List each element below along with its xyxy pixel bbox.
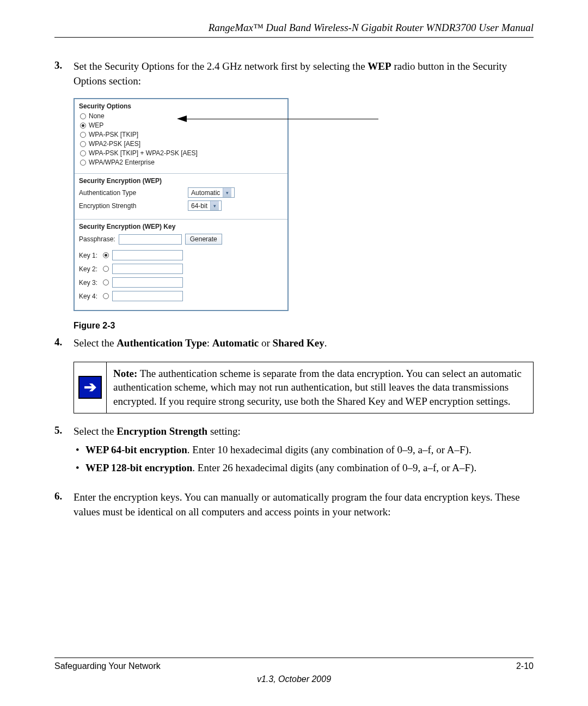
- figure-caption: Figure 2-3: [74, 321, 534, 331]
- text: setting:: [207, 425, 241, 437]
- step-body: Select the Encryption Strength setting: …: [74, 424, 534, 483]
- text: . Enter 26 hexadecimal digits (any combi…: [192, 462, 476, 473]
- radio-wpa-psk[interactable]: WPA-PSK [TKIP]: [80, 131, 283, 138]
- bold: WEP 128-bit encryption: [85, 462, 192, 473]
- note-text: Note: The authentication scheme is separ…: [107, 362, 533, 413]
- step-body: Enter the encryption keys. You can manua…: [74, 490, 534, 519]
- bold: WEP 64-bit encryption: [85, 444, 187, 455]
- text: Select the: [74, 337, 117, 349]
- footer-page: 2-10: [516, 661, 534, 671]
- step-number: 3.: [54, 59, 74, 88]
- key4-radio[interactable]: [103, 293, 109, 299]
- step-body: Set the Security Options for the 2.4 GHz…: [74, 59, 534, 88]
- chevron-down-icon: ▾: [223, 188, 231, 197]
- radio-icon: [80, 132, 86, 138]
- step-number: 5.: [54, 424, 74, 483]
- step-3: 3. Set the Security Options for the 2.4 …: [54, 59, 534, 88]
- label: WEP: [89, 121, 103, 129]
- select-value: Automatic: [188, 189, 223, 197]
- label: WPA-PSK [TKIP] + WPA2-PSK [AES]: [89, 149, 198, 157]
- step-body: Select the Authentication Type: Automati…: [74, 336, 534, 351]
- generate-button[interactable]: Generate: [185, 234, 222, 245]
- key2-input[interactable]: [112, 264, 183, 274]
- security-options-heading: Security Options: [79, 102, 283, 110]
- text: .: [324, 337, 327, 349]
- key3-input[interactable]: [112, 277, 183, 288]
- text: . Enter 10 hexadecimal digits (any combi…: [187, 444, 471, 455]
- radio-icon: [80, 160, 86, 166]
- text: :: [207, 337, 212, 349]
- text: Set the Security Options for the 2.4 GHz…: [74, 60, 367, 72]
- figure-2-3: Security Options None WEP WPA-PSK [TKIP]…: [74, 98, 534, 331]
- enc-strength-select[interactable]: 64-bit ▾: [188, 200, 222, 211]
- key1-input[interactable]: [112, 250, 183, 260]
- bold-wep: WEP: [367, 60, 391, 72]
- key2-label: Key 2:: [79, 265, 100, 273]
- passphrase-label: Passphrase:: [79, 235, 115, 243]
- note-box: ➔ Note: The authentication scheme is sep…: [74, 362, 534, 413]
- bold: Authentication Type: [117, 337, 207, 349]
- security-options-panel: Security Options None WEP WPA-PSK [TKIP]…: [74, 98, 289, 311]
- radio-icon: [80, 141, 86, 147]
- passphrase-input[interactable]: [119, 234, 182, 245]
- arrow-head-icon: [177, 115, 187, 122]
- bold: Encryption Strength: [117, 425, 207, 437]
- page-header-title: RangeMax™ Dual Band Wireless-N Gigabit R…: [54, 22, 534, 38]
- select-value: 64-bit: [188, 202, 210, 210]
- auth-type-label: Authentication Type: [79, 189, 188, 197]
- auth-type-select[interactable]: Automatic ▾: [188, 187, 235, 198]
- wep-encryption-heading: Security Encryption (WEP): [79, 177, 283, 185]
- radio-icon: [80, 123, 86, 129]
- bold: Shared Key: [273, 337, 324, 349]
- key2-radio[interactable]: [103, 266, 109, 272]
- step-5: 5. Select the Encryption Strength settin…: [54, 424, 534, 483]
- text: Select the: [74, 425, 117, 437]
- radio-wep[interactable]: WEP: [80, 121, 283, 129]
- radio-wpa-both[interactable]: WPA-PSK [TKIP] + WPA2-PSK [AES]: [80, 149, 283, 157]
- bullet-64bit: WEP 64-bit encryption. Enter 10 hexadeci…: [74, 443, 534, 458]
- label: None: [89, 112, 105, 120]
- label: WPA-PSK [TKIP]: [89, 131, 138, 138]
- step-6: 6. Enter the encryption keys. You can ma…: [54, 490, 534, 519]
- chevron-down-icon: ▾: [210, 201, 219, 210]
- text: or: [259, 337, 272, 349]
- bullet-128bit: WEP 128-bit encryption. Enter 26 hexadec…: [74, 461, 534, 476]
- note-body: The authentication scheme is separate fr…: [113, 368, 522, 407]
- key1-radio[interactable]: [103, 252, 109, 258]
- arrow-right-icon: ➔: [78, 376, 102, 399]
- key3-label: Key 3:: [79, 279, 100, 287]
- radio-enterprise[interactable]: WPA/WPA2 Enterprise: [80, 159, 283, 166]
- radio-icon: [80, 113, 86, 119]
- note-icon-cell: ➔: [74, 362, 107, 413]
- radio-icon: [80, 150, 86, 156]
- key4-input[interactable]: [112, 291, 183, 301]
- footer-section: Safeguarding Your Network: [54, 661, 161, 671]
- label: WPA2-PSK [AES]: [89, 140, 140, 148]
- step-number: 6.: [54, 490, 74, 519]
- callout-arrow: [177, 118, 378, 119]
- page-footer: Safeguarding Your Network 2-10 v1.3, Oct…: [54, 658, 534, 684]
- enc-strength-label: Encryption Strength: [79, 202, 188, 210]
- bold: Automatic: [212, 337, 259, 349]
- footer-version: v1.3, October 2009: [54, 674, 534, 684]
- arrow-line: [187, 119, 378, 119]
- label: WPA/WPA2 Enterprise: [89, 159, 155, 166]
- step-number: 4.: [54, 336, 74, 351]
- step-4: 4. Select the Authentication Type: Autom…: [54, 336, 534, 351]
- key1-label: Key 1:: [79, 252, 100, 259]
- key3-radio[interactable]: [103, 279, 109, 285]
- key4-label: Key 4:: [79, 293, 100, 300]
- wep-key-heading: Security Encryption (WEP) Key: [79, 223, 283, 230]
- radio-wpa2-psk[interactable]: WPA2-PSK [AES]: [80, 140, 283, 148]
- note-label: Note:: [113, 368, 137, 379]
